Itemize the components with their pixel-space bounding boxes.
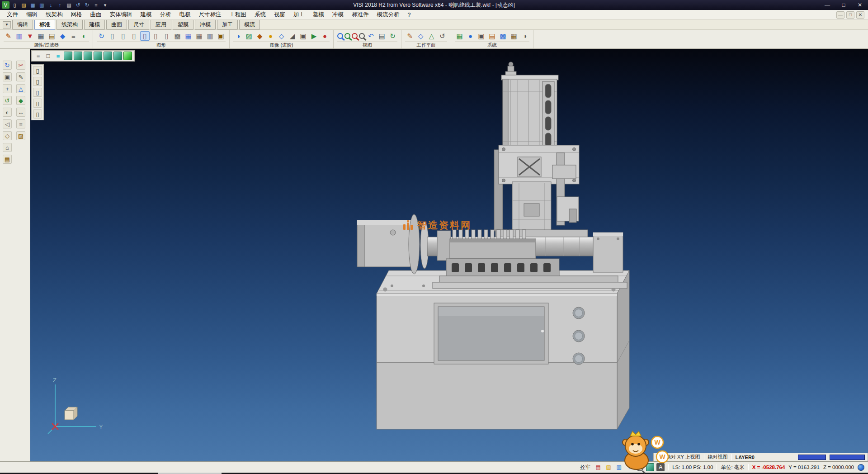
zoom-all-icon[interactable] [337,33,343,39]
edit-icon[interactable]: ✎ [16,72,25,81]
render-list-icon[interactable]: ▥ [205,31,215,41]
view-cube-back-icon[interactable] [74,52,82,60]
view-shaded-icon[interactable]: ■ [54,52,62,60]
pan-icon[interactable]: + [3,84,12,93]
tab-0[interactable]: 编辑 [12,19,33,30]
tab-9[interactable]: 加工 [217,19,238,30]
system-layers-icon[interactable]: ▤ [487,31,497,41]
menu-item-4[interactable]: 曲面 [86,9,106,20]
attributes-icon[interactable]: ✎ [4,31,13,41]
view-wireframe-icon[interactable]: □ [44,52,52,60]
visibility-icon[interactable]: ◐ [80,31,89,41]
export-icon[interactable]: ↑ [56,1,64,9]
previous-view-icon[interactable]: ◁ [3,119,12,128]
view-list-icon[interactable]: ▤ [377,31,387,41]
view-filter-3-icon[interactable]: ▯ [33,88,42,97]
tab-1[interactable]: 标准 [34,19,55,30]
view-rotate-icon[interactable]: ↻ [388,31,397,41]
view-cube-bottom-icon[interactable] [113,52,122,60]
redraw-icon[interactable]: ↻ [3,61,12,70]
system-colors-icon[interactable]: ▦ [455,31,464,41]
copy-attributes-icon[interactable]: ▥ [14,31,24,41]
view-cube-left-icon[interactable] [84,52,92,60]
save-file-icon[interactable]: ▦ [29,1,37,9]
lighting-icon[interactable]: ● [266,31,275,41]
view-iso-icon[interactable] [123,52,132,60]
view-filter-4-icon[interactable]: ▯ [33,99,42,108]
layer-color-swatch-1[interactable] [798,455,826,460]
shading-icon[interactable]: ◑ [233,31,243,41]
tab-4[interactable]: 曲面 [106,19,127,30]
import-icon[interactable]: ↓ [47,1,55,9]
viewport[interactable]: Z Y ≡□■ ▯▯▯▯▯ 智造资料网 [30,49,868,461]
view-filter-1-icon[interactable]: ▯ [33,66,42,75]
display-selected-icon[interactable]: ▯ [140,31,150,41]
properties-icon[interactable]: ▨ [16,131,25,140]
quick-access-more-icon[interactable]: ▾ [101,1,109,9]
save-view-icon[interactable]: ▤ [3,155,12,164]
menu-item-0[interactable]: 文件 [3,9,22,20]
tab-dropdown-button[interactable]: ▼ [3,21,11,28]
record-icon[interactable]: ● [320,31,330,41]
menu-item-14[interactable]: 塑模 [309,9,328,20]
workplane-align-icon[interactable]: ◇ [416,31,425,41]
refresh-icon[interactable]: ↻ [97,31,106,41]
language-globe-icon[interactable] [858,464,864,471]
zoom-out-icon[interactable] [352,33,358,39]
open-file-icon[interactable]: ▨ [20,1,28,9]
tab-5[interactable]: 尺寸 [128,19,149,30]
tab-6[interactable]: 应用 [151,19,171,30]
viewbar-menu-icon[interactable]: ≡ [34,52,42,60]
view-mode-label[interactable]: 绝对视图 [708,454,728,460]
menu-item-8[interactable]: 电极 [175,9,195,20]
status-mail-icon[interactable]: ▤ [594,463,602,471]
view-previous-icon[interactable]: ↶ [366,31,376,41]
rotate-view-icon[interactable]: ↺ [3,96,12,105]
display-bar-2-icon[interactable]: ▯ [118,31,128,41]
menu-item-12[interactable]: 视窗 [270,9,289,20]
units-label[interactable]: 单位: 毫米 [721,464,744,471]
display-bar-1-icon[interactable]: ▯ [108,31,117,41]
tab-3[interactable]: 建模 [84,19,105,30]
zoom-window-tool-icon[interactable]: ▣ [3,72,12,81]
menu-item-16[interactable]: 标准件 [348,9,373,20]
display-group-3-icon[interactable]: ▦ [194,31,204,41]
system-settings-icon[interactable]: ▣ [476,31,486,41]
system-snap-icon[interactable]: ▩ [498,31,508,41]
undo-icon[interactable]: ↺ [74,1,82,9]
menu-item-1[interactable]: 编辑 [22,9,42,20]
active-layer-label[interactable]: LAYER0 [736,455,755,460]
texture-icon[interactable]: ▨ [244,31,254,41]
zoom-window-icon[interactable] [359,33,365,39]
view-cube-right-icon[interactable] [94,52,102,60]
close-button[interactable]: ✕ [852,0,868,10]
tab-10[interactable]: 模流 [239,19,260,30]
display-bar-3-icon[interactable]: ▯ [129,31,139,41]
new-file-icon[interactable]: ▯ [11,1,19,9]
animation-icon[interactable]: ▶ [309,31,319,41]
layer-color-swatch-2[interactable] [830,455,865,460]
system-render-icon[interactable]: ◑ [520,31,529,41]
snapshot-icon[interactable]: ▣ [216,31,226,41]
mirror-icon[interactable]: ◆ [16,96,25,105]
minimize-button[interactable]: — [819,0,835,10]
axonometric-icon[interactable]: ◇ [3,131,12,140]
system-grid-icon[interactable]: ▦ [509,31,519,41]
system-globe-icon[interactable]: ● [466,31,475,41]
pin-label[interactable]: 拴牢 [580,464,590,471]
capture-icon[interactable]: ▣ [298,31,308,41]
workplane-reset-icon[interactable]: ↺ [438,31,447,41]
menu-item-18[interactable]: ? [404,10,415,19]
mdi-minimize-button[interactable]: — [836,11,844,19]
menu-item-5[interactable]: 实体编辑 [106,9,137,20]
view-cube-front-icon[interactable] [64,52,72,60]
zoom-in-icon[interactable] [344,33,350,39]
options-icon[interactable]: ≡ [92,1,100,9]
view-lock-label[interactable]: 绝对 XY 上视图 [666,454,700,460]
trim-icon[interactable]: △ [16,84,25,93]
display-bar-4-icon[interactable]: ▯ [151,31,160,41]
workplane-3pt-icon[interactable]: △ [427,31,436,41]
selection-mask-icon[interactable]: ▦ [36,31,46,41]
view-filter-5-icon[interactable]: ▯ [33,109,42,118]
maximize-button[interactable]: □ [835,0,852,10]
